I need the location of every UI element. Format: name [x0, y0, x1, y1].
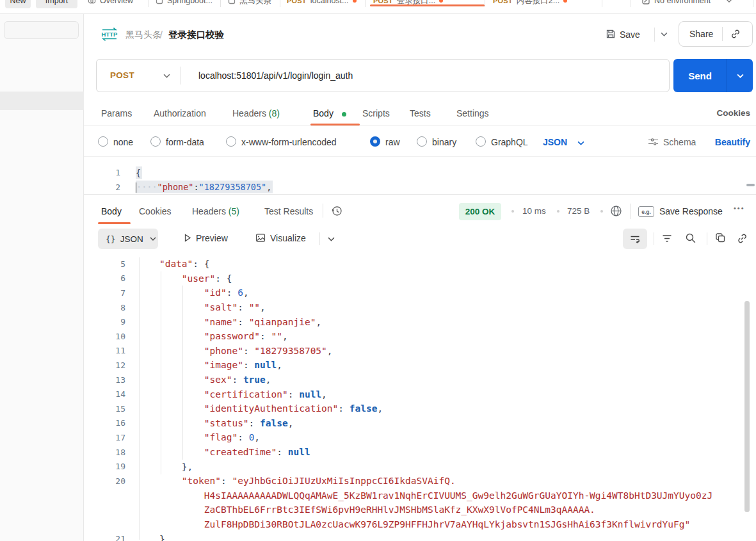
response-size[interactable]: 725 B [567, 206, 590, 216]
radio-urlencoded[interactable] [226, 136, 236, 147]
send-options-button[interactable] [727, 59, 753, 92]
code-line: ZulF8HpDBDi30RBOtJLA0zcUacwK976L9ZP9HFFH… [84, 517, 756, 532]
tab-authorization[interactable]: Authorization [154, 108, 206, 118]
breadcrumb-collection[interactable]: 黑马头条 [125, 29, 161, 41]
share-link-icon[interactable] [723, 29, 741, 39]
tab-request-localhost[interactable]: POST localhost... [287, 0, 357, 9]
divider [323, 204, 323, 218]
code-line: 20 "token": "eyJhbGciOiJIUzUxMiIsInppcCI… [84, 474, 756, 489]
divider [84, 156, 756, 157]
tab-request-content[interactable]: POST 内容接口2... [493, 0, 567, 9]
response-tab-test-results[interactable]: Test Results [264, 206, 313, 216]
headers-count: (8) [269, 108, 280, 118]
share-button[interactable]: Share [679, 29, 722, 39]
radio-none-label[interactable]: none [113, 137, 133, 147]
line-number: 6 [84, 273, 125, 283]
schema-button[interactable]: Schema [663, 137, 696, 147]
divider [280, 0, 280, 7]
radio-raw-label[interactable]: raw [385, 137, 400, 147]
radio-graphql[interactable] [476, 136, 486, 147]
import-button[interactable]: Import [36, 0, 77, 8]
link-icon[interactable] [737, 233, 748, 244]
app-window: New Import Overview Springboot... 黑马头条 P… [0, 0, 756, 541]
response-tab-headers[interactable]: Headers (5) [192, 206, 239, 216]
method-selector[interactable]: POST [110, 70, 134, 80]
radio-none[interactable] [98, 136, 108, 147]
radio-graphql-label[interactable]: GraphQL [491, 137, 528, 147]
tab-body[interactable]: Body [313, 108, 334, 118]
save-options-chevron-icon[interactable] [661, 32, 668, 36]
visualize-chevron-icon[interactable] [328, 237, 335, 241]
response-scrollbar[interactable] [744, 301, 750, 512]
cookies-link[interactable]: Cookies [716, 108, 750, 118]
visualize-icon[interactable] [255, 233, 266, 243]
tab-label: localhost... [310, 0, 349, 5]
network-globe-icon[interactable] [609, 204, 623, 218]
save-response-button[interactable]: Save Response [659, 206, 723, 216]
code-line: 8 "salt": "", [84, 300, 756, 315]
radio-binary[interactable] [417, 136, 427, 147]
radio-urlencoded-label[interactable]: x-www-form-urlencoded [241, 137, 337, 147]
method-chevron-icon[interactable] [163, 74, 170, 78]
tab-headers[interactable]: Headers (8) [232, 108, 280, 118]
url-input[interactable]: localhost:51801/api/v1/login/login_auth [198, 70, 353, 81]
environment-selector[interactable]: No environment [641, 0, 732, 9]
tab-tests[interactable]: Tests [410, 108, 431, 118]
line-number: 17 [84, 433, 125, 442]
method-label: POST [493, 0, 513, 4]
radio-raw[interactable] [370, 136, 380, 147]
tab-collection[interactable]: 黑马头条 [228, 0, 271, 9]
beautify-button[interactable]: Beautify [715, 137, 750, 147]
wrap-text-toggle[interactable] [623, 229, 647, 249]
response-tab-cookies[interactable]: Cookies [139, 206, 172, 216]
line-number: 16 [84, 418, 125, 428]
radio-binary-label[interactable]: binary [432, 137, 456, 147]
divider [753, 0, 753, 7]
panel-splitter[interactable] [84, 194, 756, 195]
response-history-icon[interactable] [331, 205, 343, 217]
tab-scripts[interactable]: Scripts [362, 108, 390, 118]
radio-form-data[interactable] [150, 136, 161, 147]
status-badge[interactable]: 200 OK [459, 203, 501, 220]
tab-settings[interactable]: Settings [456, 108, 489, 118]
send-button[interactable]: Send [673, 59, 727, 92]
visualize-button[interactable]: Visualize [270, 233, 306, 243]
preview-play-icon[interactable] [184, 234, 191, 242]
send-chevron-icon [737, 74, 744, 78]
preview-button[interactable]: Preview [196, 233, 228, 243]
code-line: 11 "phone": "18279358705", [84, 344, 756, 359]
divider [149, 0, 149, 7]
copy-icon[interactable] [715, 232, 726, 243]
indent-guide [139, 257, 140, 540]
response-tab-body[interactable]: Body [101, 206, 122, 216]
more-options-icon[interactable]: ••• [734, 204, 745, 212]
sidebar-placeholder-box[interactable] [4, 21, 79, 39]
tab-springboot[interactable]: Springboot... [156, 0, 213, 9]
code-line: 15 "identityAuthentication": false, [84, 401, 756, 416]
search-icon[interactable] [685, 232, 696, 244]
request-body-editor[interactable]: 1{2····"phone":"18279358705", [84, 157, 756, 194]
line-number: 2 [84, 182, 120, 192]
tab-params[interactable]: Params [101, 108, 132, 118]
svg-text:HTTP: HTTP [102, 31, 118, 38]
sidebar-placeholder-item[interactable] [0, 92, 84, 110]
collection-icon [156, 0, 163, 4]
response-format-selector[interactable]: {} JSON [98, 229, 158, 249]
overview-icon [88, 0, 96, 5]
unsaved-dot [353, 0, 357, 3]
radio-form-data-label[interactable]: form-data [166, 137, 204, 147]
save-button[interactable]: Save [620, 29, 640, 40]
code-line: 16 "status": false, [84, 416, 756, 431]
raw-language-selector[interactable]: JSON [543, 137, 567, 147]
response-headers-count: (5) [229, 206, 239, 216]
method-label: POST [373, 0, 393, 4]
response-time[interactable]: 10 ms [522, 206, 546, 216]
tab-overview[interactable]: Overview [88, 0, 133, 9]
language-chevron-icon[interactable] [577, 141, 584, 145]
divider [84, 125, 756, 126]
new-button[interactable]: New [5, 0, 31, 8]
filter-icon[interactable] [662, 234, 672, 243]
line-number: 19 [84, 462, 125, 471]
editor-scrollbar[interactable] [746, 184, 755, 186]
tab-label: Springboot... [167, 0, 213, 5]
